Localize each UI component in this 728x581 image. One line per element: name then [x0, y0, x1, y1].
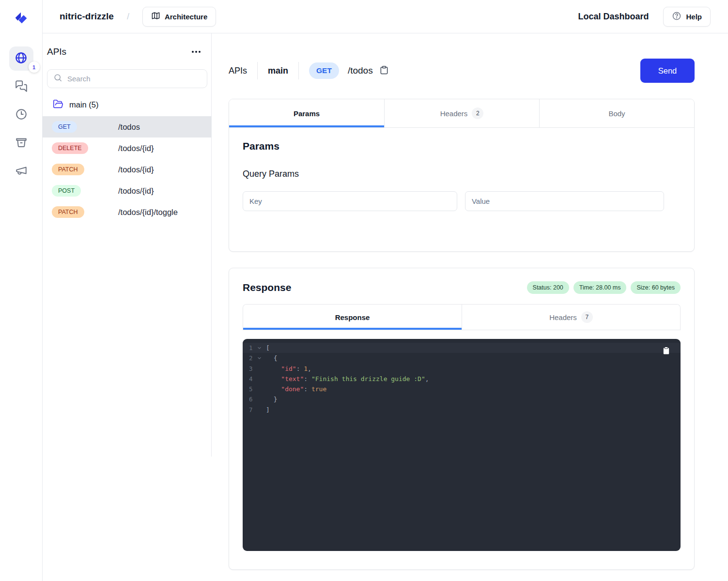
response-body-editor[interactable]: 1 [ 2 { 3 "id": 1, 4 [243, 339, 681, 551]
route-path: /todos/{id} [118, 186, 154, 196]
map-icon [151, 11, 160, 22]
breadcrumb-group: main [268, 66, 288, 76]
code-line: 4 "text": "Finish this drizzle guide :D"… [243, 374, 681, 384]
size-badge: Size: 60 bytes [631, 281, 681, 294]
route-item[interactable]: GET /todos [43, 116, 212, 138]
apis-count-badge: 1 [29, 61, 40, 73]
method-badge: GET [52, 121, 77, 133]
line-number: 6 [249, 394, 255, 404]
response-headers-count-badge: 7 [581, 311, 593, 323]
breadcrumb-divider [298, 62, 299, 79]
project-name: nitric-drizzle [60, 11, 114, 22]
line-number: 2 [249, 353, 255, 363]
clipboard-icon [379, 65, 389, 76]
json-key: "text" [281, 375, 304, 382]
route-item[interactable]: PATCH /todos/{id} [43, 159, 212, 180]
time-badge: Time: 28.00 ms [573, 281, 627, 294]
param-key-input[interactable] [243, 191, 457, 211]
code-text: [ [266, 343, 270, 353]
line-number: 7 [249, 405, 255, 415]
rail-announcements-button[interactable] [9, 159, 33, 183]
json-boolean-value: true [311, 385, 326, 393]
json-separator: : [296, 365, 304, 372]
api-group-row[interactable]: main (5) [47, 97, 207, 113]
route-path: /todos [118, 122, 140, 132]
tab-body[interactable]: Body [539, 99, 694, 128]
help-button-label: Help [686, 13, 702, 21]
tab-headers-label: Headers [440, 109, 468, 118]
code-indent [266, 365, 281, 372]
json-comma: , [425, 375, 429, 382]
response-title: Response [243, 282, 291, 293]
request-header-row: APIs main GET /todos Send [229, 59, 695, 83]
search-input[interactable] [67, 75, 201, 83]
architecture-button[interactable]: Architecture [142, 7, 216, 27]
method-badge: POST [52, 185, 81, 197]
line-number: 1 [249, 343, 255, 353]
status-badge: Status: 200 [527, 281, 569, 294]
main-content: APIs main GET /todos Send [212, 33, 728, 581]
apis-menu-button[interactable] [191, 48, 201, 56]
dashboard-title: Local Dashboard [578, 12, 649, 22]
method-badge: PATCH [52, 206, 84, 218]
line-number: 5 [249, 384, 255, 394]
route-item[interactable]: PATCH /todos/{id}/toggle [43, 201, 212, 223]
query-params-title: Query Params [243, 169, 681, 179]
topbar: nitric-drizzle / Architecture Local Dash… [43, 0, 728, 33]
breadcrumb-divider [257, 62, 258, 79]
request-method-badge: GET [309, 62, 339, 79]
query-param-row [243, 191, 681, 211]
request-tabs: Params Headers 2 Body [229, 99, 694, 128]
tab-params[interactable]: Params [229, 99, 384, 128]
api-group-label: main (5) [69, 100, 99, 109]
chat-bubbles-icon [15, 80, 28, 94]
code-text: } [266, 394, 277, 404]
fold-chevron-icon[interactable] [255, 346, 263, 350]
code-line: 2 { [243, 353, 681, 363]
route-path: /todos/{id} [118, 165, 154, 174]
folder-open-icon [53, 99, 63, 111]
rail-nav: 1 [9, 46, 33, 183]
code-line: 6 } [243, 394, 681, 404]
nitric-logo-icon [12, 7, 31, 26]
tab-response[interactable]: Response [243, 305, 462, 330]
json-number-value: 1 [304, 365, 308, 372]
architecture-button-label: Architecture [165, 13, 207, 21]
ellipsis-icon [192, 51, 201, 53]
help-button[interactable]: Help [663, 7, 711, 27]
route-item[interactable]: POST /todos/{id} [43, 180, 212, 201]
rail-logs-button[interactable] [9, 75, 33, 99]
breadcrumb-root: APIs [229, 66, 247, 76]
tab-response-label: Response [335, 313, 370, 321]
response-badges: Status: 200 Time: 28.00 ms Size: 60 byte… [527, 281, 681, 294]
line-number: 4 [249, 374, 255, 384]
code-line: 5 "done": true [243, 384, 681, 394]
rail-storage-button[interactable] [9, 131, 33, 155]
search-icon [53, 73, 62, 84]
code-indent [266, 375, 281, 382]
tab-headers[interactable]: Headers 2 [384, 99, 539, 128]
clipboard-filled-icon [662, 349, 670, 356]
param-value-input[interactable] [465, 191, 664, 211]
rail-history-button[interactable] [9, 103, 33, 127]
request-path: /todos [348, 65, 373, 76]
globe-icon [15, 51, 28, 66]
rail-apis-button[interactable]: 1 [9, 46, 33, 71]
storage-box-icon [15, 136, 28, 150]
send-button[interactable]: Send [640, 59, 695, 83]
tab-response-headers-label: Headers [549, 313, 577, 321]
code-indent [266, 385, 281, 393]
route-path: /todos/{id} [118, 144, 154, 153]
copy-response-button[interactable] [662, 347, 670, 356]
params-section-title: Params [243, 140, 681, 152]
clock-icon [15, 108, 28, 122]
megaphone-icon [15, 164, 28, 178]
code-line: 1 [ [243, 343, 681, 353]
tab-body-label: Body [608, 109, 625, 118]
fold-chevron-icon[interactable] [255, 356, 263, 360]
route-item[interactable]: DELETE /todos/{id} [43, 138, 212, 159]
tab-response-headers[interactable]: Headers 7 [462, 305, 680, 330]
breadcrumb-separator: / [127, 12, 129, 22]
request-card: Params Headers 2 Body Params Query Param… [229, 99, 695, 252]
copy-path-button[interactable] [379, 65, 389, 76]
